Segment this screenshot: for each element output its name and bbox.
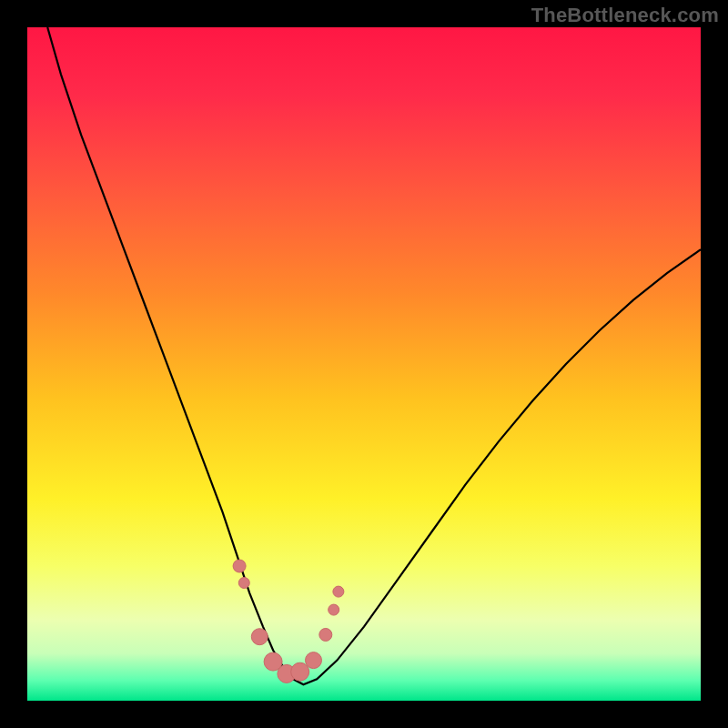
curve-marker xyxy=(319,628,332,641)
gradient-background xyxy=(27,27,701,701)
curve-marker xyxy=(251,629,268,645)
curve-marker xyxy=(306,652,322,669)
curve-marker xyxy=(233,560,246,572)
curve-marker xyxy=(333,586,344,597)
chart-frame xyxy=(27,27,701,701)
bottleneck-chart xyxy=(27,27,701,701)
watermark-text: TheBottleneck.com xyxy=(531,4,719,27)
curve-marker xyxy=(238,578,249,589)
curve-marker xyxy=(329,604,339,615)
curve-marker xyxy=(291,662,309,681)
